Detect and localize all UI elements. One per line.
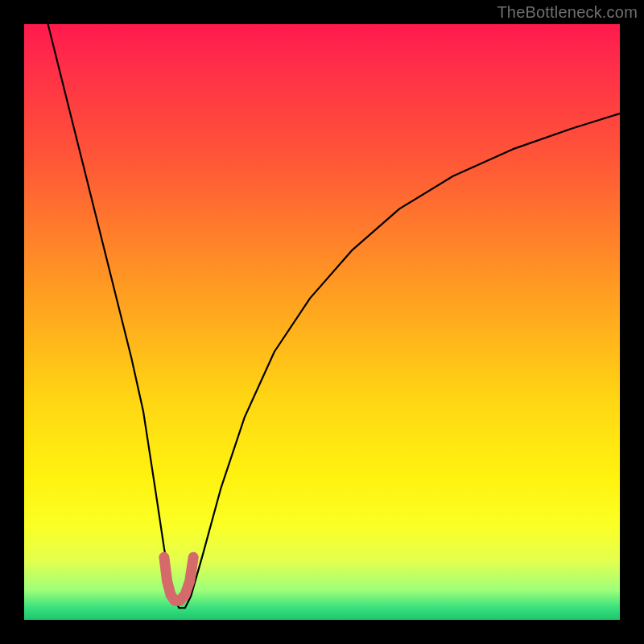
chart-frame: TheBottleneck.com xyxy=(0,0,644,644)
plot-area xyxy=(24,24,620,620)
red-marker xyxy=(164,557,193,601)
black-curve xyxy=(48,24,620,608)
chart-svg xyxy=(24,24,620,620)
watermark-text: TheBottleneck.com xyxy=(497,3,638,22)
